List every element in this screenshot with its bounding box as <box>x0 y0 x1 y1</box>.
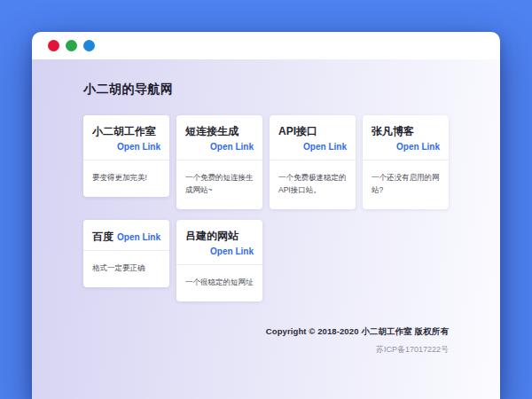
nav-card: API接口 Open Link 一个免费极速稳定的API接口站。 <box>270 115 356 209</box>
browser-window: 小二胡的导航网 小二胡工作室 Open Link 要变得更加完美! 短连接生成 … <box>32 32 500 399</box>
nav-card: 张凡博客 Open Link 一个还没有启用的网站? <box>363 115 449 209</box>
window-titlebar <box>32 32 500 59</box>
open-link[interactable]: Open Link <box>303 138 347 154</box>
card-description: 格式一定要正确 <box>83 251 169 287</box>
card-title: 百度 <box>92 230 113 244</box>
card-header: API接口 Open Link <box>270 115 356 160</box>
open-link[interactable]: Open Link <box>117 138 160 154</box>
card-description: 一个很稳定的短网址 <box>176 265 262 301</box>
open-link[interactable]: Open Link <box>396 138 440 154</box>
copyright-text: Copyright © 2018-2020 小二胡工作室 版权所有 <box>83 326 449 338</box>
open-link[interactable]: Open Link <box>210 243 254 259</box>
nav-card: 吕建的网站 Open Link 一个很稳定的短网址 <box>176 220 262 301</box>
card-title: 短连接生成 <box>185 124 239 138</box>
card-title: API接口 <box>278 124 317 138</box>
window-control-blue-icon[interactable] <box>83 40 95 51</box>
card-header: 短连接生成 Open Link <box>176 115 262 160</box>
icp-number: 苏ICP备17017222号 <box>83 344 449 356</box>
window-control-red-icon[interactable] <box>48 40 59 51</box>
window-control-green-icon[interactable] <box>66 40 77 51</box>
card-description: 一个还没有启用的网站? <box>363 160 449 209</box>
open-link[interactable]: Open Link <box>117 229 160 245</box>
card-header: 小二胡工作室 Open Link <box>83 115 169 160</box>
card-header: 张凡博客 Open Link <box>363 115 449 160</box>
card-title: 张凡博客 <box>372 124 414 138</box>
card-description: 一个免费极速稳定的API接口站。 <box>270 160 356 209</box>
card-title: 小二胡工作室 <box>92 124 156 138</box>
card-description: 要变得更加完美! <box>83 160 169 197</box>
nav-card: 短连接生成 Open Link 一个免费的短连接生成网站~ <box>176 115 262 209</box>
page-title: 小二胡的导航网 <box>83 82 449 98</box>
card-header: 百度 Open Link <box>83 220 169 250</box>
cards-row-2: 百度 Open Link 格式一定要正确 吕建的网站 Open Link 一个很… <box>83 220 449 301</box>
card-header: 吕建的网站 Open Link <box>176 220 262 264</box>
page-content: 小二胡的导航网 小二胡工作室 Open Link 要变得更加完美! 短连接生成 … <box>32 59 500 399</box>
nav-card: 小二胡工作室 Open Link 要变得更加完美! <box>83 115 169 197</box>
open-link[interactable]: Open Link <box>210 138 254 154</box>
nav-card: 百度 Open Link 格式一定要正确 <box>83 220 169 287</box>
card-title: 吕建的网站 <box>185 229 239 243</box>
footer: Copyright © 2018-2020 小二胡工作室 版权所有 苏ICP备1… <box>83 326 449 356</box>
card-description: 一个免费的短连接生成网站~ <box>176 160 262 209</box>
cards-row-1: 小二胡工作室 Open Link 要变得更加完美! 短连接生成 Open Lin… <box>83 115 449 209</box>
